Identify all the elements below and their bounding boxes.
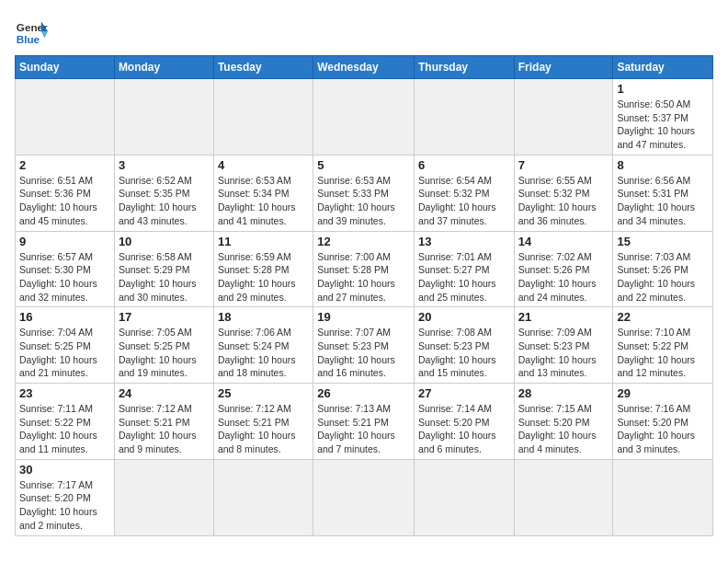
- calendar-cell: 16Sunrise: 7:04 AMSunset: 5:25 PMDayligh…: [16, 307, 115, 384]
- calendar-cell: 25Sunrise: 7:12 AMSunset: 5:21 PMDayligh…: [213, 384, 313, 460]
- svg-text:Blue: Blue: [17, 33, 40, 45]
- calendar-cell: 6Sunrise: 6:54 AMSunset: 5:32 PMDaylight…: [414, 155, 514, 231]
- calendar-cell: 9Sunrise: 6:57 AMSunset: 5:30 PMDaylight…: [16, 231, 115, 307]
- day-info: Sunrise: 7:09 AMSunset: 5:23 PMDaylight:…: [518, 326, 609, 380]
- day-number: 20: [418, 310, 510, 324]
- day-number: 6: [418, 158, 510, 172]
- day-info: Sunrise: 7:16 AMSunset: 5:20 PMDaylight:…: [617, 402, 709, 456]
- calendar-cell: 4Sunrise: 6:53 AMSunset: 5:34 PMDaylight…: [213, 155, 313, 231]
- day-number: 30: [19, 463, 110, 477]
- svg-marker-3: [41, 31, 48, 38]
- day-info: Sunrise: 7:06 AMSunset: 5:24 PMDaylight:…: [218, 326, 309, 380]
- calendar-cell: 23Sunrise: 7:11 AMSunset: 5:22 PMDayligh…: [16, 384, 115, 460]
- day-info: Sunrise: 6:56 AMSunset: 5:31 PMDaylight:…: [617, 174, 709, 228]
- calendar-week-1: 1Sunrise: 6:50 AMSunset: 5:37 PMDaylight…: [16, 79, 713, 155]
- day-info: Sunrise: 7:14 AMSunset: 5:20 PMDaylight:…: [418, 402, 510, 456]
- day-info: Sunrise: 7:11 AMSunset: 5:22 PMDaylight:…: [19, 402, 110, 456]
- day-number: 9: [19, 235, 110, 248]
- calendar-cell: 18Sunrise: 7:06 AMSunset: 5:24 PMDayligh…: [213, 307, 313, 384]
- day-number: 18: [218, 310, 309, 324]
- calendar: SundayMondayTuesdayWednesdayThursdayFrid…: [15, 55, 713, 536]
- weekday-header-wednesday: Wednesday: [313, 56, 415, 79]
- day-info: Sunrise: 6:53 AMSunset: 5:33 PMDaylight:…: [317, 174, 410, 228]
- weekday-header-sunday: Sunday: [16, 56, 115, 79]
- day-number: 17: [119, 310, 210, 324]
- calendar-cell: 11Sunrise: 6:59 AMSunset: 5:28 PMDayligh…: [213, 231, 313, 307]
- calendar-cell: [114, 459, 213, 535]
- calendar-cell: 15Sunrise: 7:03 AMSunset: 5:26 PMDayligh…: [613, 231, 713, 307]
- day-info: Sunrise: 7:08 AMSunset: 5:23 PMDaylight:…: [418, 326, 510, 380]
- day-info: Sunrise: 7:04 AMSunset: 5:25 PMDaylight:…: [19, 326, 110, 380]
- calendar-cell: [313, 79, 415, 155]
- day-info: Sunrise: 7:10 AMSunset: 5:22 PMDaylight:…: [617, 326, 709, 380]
- day-info: Sunrise: 7:13 AMSunset: 5:21 PMDaylight:…: [317, 402, 410, 456]
- calendar-week-3: 9Sunrise: 6:57 AMSunset: 5:30 PMDaylight…: [16, 231, 713, 307]
- calendar-cell: [313, 459, 415, 535]
- day-number: 11: [218, 235, 309, 248]
- page-header: General Blue: [15, 15, 713, 48]
- calendar-cell: [613, 459, 713, 535]
- calendar-cell: 14Sunrise: 7:02 AMSunset: 5:26 PMDayligh…: [514, 231, 613, 307]
- calendar-cell: [213, 79, 313, 155]
- calendar-cell: [514, 79, 613, 155]
- day-number: 2: [19, 158, 110, 172]
- day-number: 21: [518, 310, 609, 324]
- calendar-cell: [16, 79, 115, 155]
- calendar-cell: [213, 459, 313, 535]
- weekday-header-row: SundayMondayTuesdayWednesdayThursdayFrid…: [16, 56, 713, 79]
- day-number: 24: [119, 386, 210, 400]
- day-number: 13: [418, 235, 510, 248]
- day-number: 3: [119, 158, 210, 172]
- day-info: Sunrise: 7:05 AMSunset: 5:25 PMDaylight:…: [119, 326, 210, 380]
- calendar-cell: 22Sunrise: 7:10 AMSunset: 5:22 PMDayligh…: [613, 307, 713, 384]
- day-info: Sunrise: 7:07 AMSunset: 5:23 PMDaylight:…: [317, 326, 410, 380]
- day-info: Sunrise: 6:58 AMSunset: 5:29 PMDaylight:…: [119, 250, 210, 304]
- day-number: 10: [119, 235, 210, 248]
- calendar-week-6: 30Sunrise: 7:17 AMSunset: 5:20 PMDayligh…: [16, 459, 713, 535]
- day-number: 1: [617, 82, 709, 96]
- day-info: Sunrise: 7:02 AMSunset: 5:26 PMDaylight:…: [518, 250, 609, 304]
- day-info: Sunrise: 6:50 AMSunset: 5:37 PMDaylight:…: [617, 98, 709, 152]
- calendar-cell: 7Sunrise: 6:55 AMSunset: 5:32 PMDaylight…: [514, 155, 613, 231]
- day-info: Sunrise: 6:51 AMSunset: 5:36 PMDaylight:…: [19, 174, 110, 228]
- weekday-header-friday: Friday: [514, 56, 613, 79]
- calendar-cell: 24Sunrise: 7:12 AMSunset: 5:21 PMDayligh…: [114, 384, 213, 460]
- day-info: Sunrise: 6:55 AMSunset: 5:32 PMDaylight:…: [518, 174, 609, 228]
- day-number: 7: [518, 158, 609, 172]
- calendar-cell: 27Sunrise: 7:14 AMSunset: 5:20 PMDayligh…: [414, 384, 514, 460]
- calendar-cell: 29Sunrise: 7:16 AMSunset: 5:20 PMDayligh…: [613, 384, 713, 460]
- calendar-week-2: 2Sunrise: 6:51 AMSunset: 5:36 PMDaylight…: [16, 155, 713, 231]
- day-number: 4: [218, 158, 309, 172]
- calendar-week-5: 23Sunrise: 7:11 AMSunset: 5:22 PMDayligh…: [16, 384, 713, 460]
- day-info: Sunrise: 7:00 AMSunset: 5:28 PMDaylight:…: [317, 250, 410, 304]
- day-info: Sunrise: 7:12 AMSunset: 5:21 PMDaylight:…: [218, 402, 309, 456]
- calendar-cell: [114, 79, 213, 155]
- day-number: 14: [518, 235, 609, 248]
- weekday-header-thursday: Thursday: [414, 56, 514, 79]
- calendar-cell: [414, 79, 514, 155]
- day-number: 23: [19, 386, 110, 400]
- day-info: Sunrise: 7:01 AMSunset: 5:27 PMDaylight:…: [418, 250, 510, 304]
- day-info: Sunrise: 7:12 AMSunset: 5:21 PMDaylight:…: [119, 402, 210, 456]
- day-number: 12: [317, 235, 410, 248]
- weekday-header-saturday: Saturday: [613, 56, 713, 79]
- day-info: Sunrise: 7:03 AMSunset: 5:26 PMDaylight:…: [617, 250, 709, 304]
- day-info: Sunrise: 7:17 AMSunset: 5:20 PMDaylight:…: [19, 478, 110, 533]
- day-number: 25: [218, 386, 309, 400]
- day-number: 8: [617, 158, 709, 172]
- day-number: 28: [518, 386, 609, 400]
- day-number: 27: [418, 386, 510, 400]
- calendar-cell: 5Sunrise: 6:53 AMSunset: 5:33 PMDaylight…: [313, 155, 415, 231]
- weekday-header-monday: Monday: [114, 56, 213, 79]
- calendar-cell: 20Sunrise: 7:08 AMSunset: 5:23 PMDayligh…: [414, 307, 514, 384]
- calendar-cell: 30Sunrise: 7:17 AMSunset: 5:20 PMDayligh…: [16, 459, 115, 535]
- day-info: Sunrise: 6:52 AMSunset: 5:35 PMDaylight:…: [119, 174, 210, 228]
- day-info: Sunrise: 6:53 AMSunset: 5:34 PMDaylight:…: [218, 174, 309, 228]
- logo-icon: General Blue: [15, 15, 48, 48]
- day-number: 15: [617, 235, 709, 248]
- calendar-week-4: 16Sunrise: 7:04 AMSunset: 5:25 PMDayligh…: [16, 307, 713, 384]
- calendar-cell: [414, 459, 514, 535]
- calendar-cell: 12Sunrise: 7:00 AMSunset: 5:28 PMDayligh…: [313, 231, 415, 307]
- calendar-cell: 1Sunrise: 6:50 AMSunset: 5:37 PMDaylight…: [613, 79, 713, 155]
- calendar-cell: 8Sunrise: 6:56 AMSunset: 5:31 PMDaylight…: [613, 155, 713, 231]
